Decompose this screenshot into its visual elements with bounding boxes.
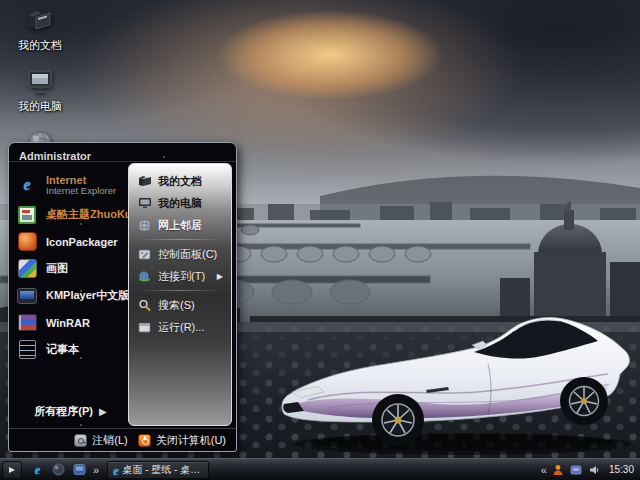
menu-item-label: Internet <box>46 174 116 186</box>
shutdown-button[interactable]: 关闭计算机(U) <box>138 433 226 448</box>
menu-item-connect-to[interactable]: 连接到(T) ▶ <box>133 265 227 287</box>
menu-item-zhuoku-theme[interactable]: 桌酷主题ZhuoKu.Com <box>15 201 126 228</box>
connect-to-icon <box>137 269 152 284</box>
menu-item-label: KMPlayer中文版 <box>46 288 129 303</box>
menu-item-label: 连接到(T) <box>158 269 205 284</box>
start-menu-footer: 注销(L) 关闭计算机(U) <box>9 428 236 451</box>
log-off-icon <box>74 434 87 447</box>
messenger-tray-icon[interactable] <box>552 463 565 476</box>
internet-explorer-icon: e <box>15 173 39 197</box>
system-tray: « 15:30 <box>541 463 640 476</box>
menu-item-network-places[interactable]: 网上邻居 <box>133 214 227 236</box>
menu-item-label: 搜索(S) <box>158 298 195 313</box>
all-programs-arrow-icon: ▶ <box>99 406 107 417</box>
all-programs-label: 所有程序(P) <box>34 404 93 419</box>
start-arrow-icon <box>7 465 17 475</box>
menu-item-label: WinRAR <box>46 317 90 329</box>
run-icon <box>137 320 152 335</box>
menu-item-internet-explorer[interactable]: e Internet Internet Explorer <box>15 169 126 201</box>
menu-item-control-panel[interactable]: 控制面板(C) <box>133 243 227 265</box>
search-icon <box>137 298 152 313</box>
notepad-icon <box>15 338 39 362</box>
menu-item-label: 画图 <box>46 261 68 276</box>
my-computer-icon <box>25 67 55 97</box>
show-desktop-icon[interactable] <box>51 462 66 477</box>
submenu-arrow-icon: ▶ <box>217 272 223 281</box>
menu-item-label: 我的电脑 <box>158 196 202 211</box>
window-button-ie-icon: e <box>113 461 118 479</box>
menu-item-label: 记事本 <box>46 342 79 357</box>
control-panel-icon <box>137 247 152 262</box>
start-menu-left-column: e Internet Internet Explorer 桌酷主题ZhuoKu.… <box>9 162 128 428</box>
desktop-icon-label: 我的文档 <box>18 38 62 53</box>
menu-item-label: 运行(R)... <box>158 320 204 335</box>
menu-item-label: 我的文档 <box>158 174 202 189</box>
network-places-icon <box>137 218 152 233</box>
winrar-icon <box>15 311 39 335</box>
menu-item-label: 网上邻居 <box>158 218 202 233</box>
menu-item-winrar[interactable]: WinRAR <box>15 309 126 336</box>
my-documents-icon <box>137 174 152 189</box>
car-image <box>278 308 640 460</box>
taskbar-clock[interactable]: 15:30 <box>609 464 634 475</box>
my-computer-icon <box>137 196 152 211</box>
log-off-label: 注销(L) <box>92 433 127 448</box>
menu-item-run[interactable]: 运行(R)... <box>133 316 227 338</box>
media-player-quicklaunch-icon[interactable] <box>72 462 87 477</box>
window-button-label: 桌面 - 壁纸 - 桌酷壁... <box>122 463 203 477</box>
log-off-button[interactable]: 注销(L) <box>74 433 127 448</box>
ie-quicklaunch-icon[interactable]: e <box>30 462 45 477</box>
menu-item-paint[interactable]: 画图 <box>15 255 126 282</box>
taskbar: e » e 桌面 - 壁纸 - 桌酷壁... « 15:30 <box>0 458 640 480</box>
power-icon <box>138 434 151 447</box>
menu-item-sublabel: Internet Explorer <box>46 186 116 196</box>
menu-item-my-computer[interactable]: 我的电脑 <box>133 192 227 214</box>
iconpackager-icon <box>15 230 39 254</box>
menu-item-iconpackager[interactable]: IconPackager <box>15 228 126 255</box>
start-menu-right-column: 我的文档 我的电脑 网上邻居 控制面板(C) <box>128 163 232 426</box>
desktop-icon-my-documents[interactable]: 我的文档 <box>4 4 76 55</box>
menu-item-search[interactable]: 搜索(S) <box>133 294 227 316</box>
tray-collapse-chevron[interactable]: « <box>541 464 547 476</box>
desktop-icon-my-computer[interactable]: 我的电脑 <box>4 65 76 116</box>
all-programs-button[interactable]: 所有程序(P) ▶ <box>15 400 126 422</box>
menu-item-my-documents[interactable]: 我的文档 <box>133 170 227 192</box>
network-tray-icon[interactable] <box>570 463 583 476</box>
quicklaunch-overflow-chevron[interactable]: » <box>93 464 99 476</box>
menu-item-notepad[interactable]: 记事本 <box>15 336 126 363</box>
start-menu: Administrator e Internet Internet Explor… <box>8 142 237 452</box>
kmplayer-icon <box>15 284 39 308</box>
my-documents-icon <box>25 6 55 36</box>
start-button[interactable] <box>2 461 22 479</box>
desktop-icon-label: 我的电脑 <box>18 99 62 114</box>
taskbar-window-button[interactable]: e 桌面 - 壁纸 - 桌酷壁... <box>107 461 209 479</box>
menu-item-kmplayer[interactable]: KMPlayer中文版 <box>15 282 126 309</box>
menu-separator <box>137 239 223 240</box>
zhuoku-theme-icon <box>15 203 39 227</box>
paint-icon <box>15 257 39 281</box>
start-menu-header: Administrator <box>9 143 236 162</box>
menu-item-label: IconPackager <box>46 236 118 248</box>
menu-separator <box>137 290 223 291</box>
user-name: Administrator <box>19 150 91 162</box>
shutdown-label: 关闭计算机(U) <box>156 433 226 448</box>
quick-launch-bar: e » <box>30 462 99 477</box>
volume-tray-icon[interactable] <box>588 463 601 476</box>
desktop: 我的文档 我的电脑 网上邻居 Administrator e Intern <box>0 0 640 480</box>
menu-item-label: 控制面板(C) <box>158 247 217 262</box>
